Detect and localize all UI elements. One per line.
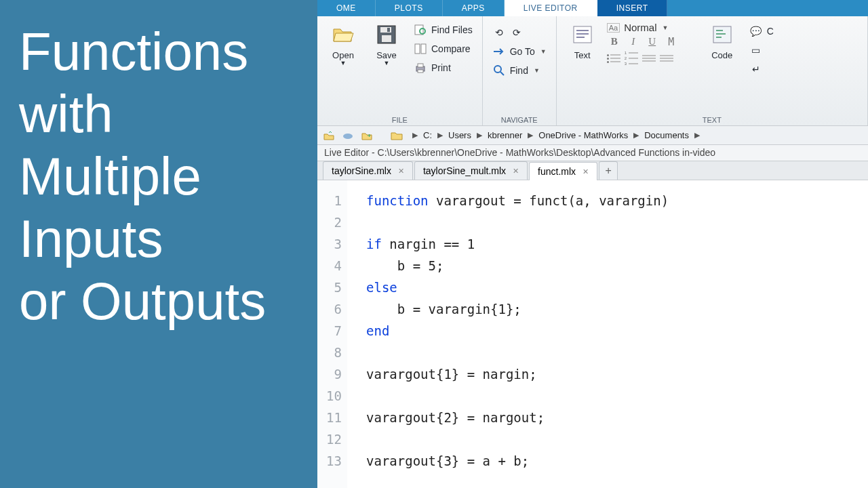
dropdown-icon: ▼ — [340, 60, 347, 66]
folder-go-icon[interactable] — [359, 129, 374, 142]
svg-rect-10 — [418, 70, 423, 73]
compare-button[interactable]: Compare — [411, 41, 475, 57]
find-files-button[interactable]: Find Files — [411, 22, 475, 38]
title-banner: FunctionswithMultipleInputsor Outputs — [0, 0, 317, 488]
ribbon-group-text: Text Aa Normal▼ B I U M 123 — [557, 16, 868, 125]
doc-tab-label: funct.mlx — [538, 166, 576, 177]
refactor-3[interactable]: ↵ — [747, 61, 776, 77]
doc-tab[interactable]: taylorSine_mult.mlx✕ — [414, 161, 528, 180]
underline-button[interactable]: U — [645, 36, 660, 49]
bullet-list-button[interactable] — [607, 52, 620, 64]
toolstrip-tabs: OME PLOTS APPS LIVE EDITOR INSERT — [317, 0, 868, 16]
open-label: Open — [332, 50, 354, 60]
new-tab-button[interactable]: + — [599, 161, 618, 180]
find-label: Find — [510, 65, 528, 76]
doc-tab-active[interactable]: funct.mlx✕ — [529, 162, 597, 180]
breadcrumb-seg[interactable]: Users — [447, 130, 473, 140]
folder-up-icon[interactable] — [321, 129, 336, 142]
close-icon[interactable]: ✕ — [513, 167, 519, 176]
ribbon-group-label: NAVIGATE — [490, 113, 549, 124]
style-label: Normal — [624, 22, 656, 33]
svg-point-14 — [343, 134, 353, 139]
arrow-right-icon: ⟳ — [510, 26, 524, 39]
monospace-button[interactable]: M — [664, 36, 679, 49]
svg-rect-2 — [382, 35, 391, 42]
folder-open-icon — [332, 23, 355, 46]
nav-back-forward[interactable]: ⟲ ⟳ — [490, 24, 549, 41]
magnifier-icon — [492, 64, 506, 77]
numbered-list-button[interactable]: 123 — [625, 52, 638, 64]
breadcrumb-seg[interactable]: Documents — [643, 130, 690, 140]
goto-icon — [492, 45, 506, 58]
save-label: Save — [376, 50, 397, 60]
section-icon: ▭ — [749, 44, 763, 56]
align-left-button[interactable] — [642, 52, 656, 64]
doc-tab[interactable]: taylorSine.mlx✕ — [323, 161, 413, 180]
find-files-icon — [414, 24, 427, 36]
tab-apps[interactable]: APPS — [443, 0, 505, 16]
tab-plots[interactable]: PLOTS — [376, 0, 443, 16]
document-title-bar: Live Editor - C:\Users\kbrenner\OneDrive… — [317, 145, 868, 161]
svg-rect-6 — [415, 44, 420, 54]
code-label: Code — [711, 50, 732, 60]
cloud-icon[interactable] — [340, 129, 355, 142]
svg-rect-7 — [421, 44, 426, 54]
wrap-icon: ↵ — [749, 63, 763, 75]
printer-icon — [414, 62, 427, 74]
open-button[interactable]: Open ▼ — [324, 20, 362, 66]
tab-home[interactable]: OME — [317, 0, 376, 16]
find-button[interactable]: Find▼ — [490, 62, 549, 79]
banner-title: FunctionswithMultipleInputsor Outputs — [19, 20, 298, 332]
text-button[interactable]: Text — [564, 20, 601, 60]
arrow-left-icon: ⟲ — [492, 26, 506, 39]
save-button[interactable]: Save ▼ — [368, 20, 406, 66]
style-dropdown[interactable]: Aa Normal▼ — [607, 22, 679, 33]
refactor-2[interactable]: ▭ — [747, 42, 776, 58]
breadcrumb: ▶ C:▶ Users▶ kbrenner▶ OneDrive - MathWo… — [408, 130, 704, 140]
path-toolbar: ▶ C:▶ Users▶ kbrenner▶ OneDrive - MathWo… — [317, 126, 868, 145]
dropdown-icon: ▼ — [384, 60, 390, 66]
svg-rect-3 — [387, 28, 390, 32]
ribbon-group-file: Open ▼ Save ▼ Find Files — [317, 16, 483, 125]
folder-icon[interactable] — [389, 129, 404, 142]
align-options-button[interactable] — [660, 52, 673, 64]
code-editor[interactable]: 123 456 789 101112 13 function varargout… — [317, 180, 868, 488]
breadcrumb-seg[interactable]: kbrenner — [486, 130, 524, 140]
ribbon: Open ▼ Save ▼ Find Files — [317, 16, 868, 126]
doc-tab-label: taylorSine_mult.mlx — [423, 165, 506, 176]
close-icon[interactable]: ✕ — [583, 167, 589, 176]
document-tabs: taylorSine.mlx✕ taylorSine_mult.mlx✕ fun… — [317, 161, 868, 180]
ribbon-group-label: TEXT — [564, 113, 861, 124]
svg-point-11 — [494, 66, 501, 73]
code-icon — [711, 23, 734, 46]
line-gutter: 123 456 789 101112 13 — [317, 180, 347, 488]
refactor-1[interactable]: 💬C — [747, 23, 776, 39]
close-icon[interactable]: ✕ — [398, 167, 404, 176]
tab-insert[interactable]: INSERT — [597, 0, 668, 16]
bold-button[interactable]: B — [607, 36, 622, 49]
breadcrumb-seg[interactable]: C: — [422, 130, 433, 140]
find-files-label: Find Files — [431, 24, 473, 35]
goto-label: Go To — [510, 46, 535, 57]
comment-icon: 💬 — [749, 25, 763, 37]
svg-rect-9 — [418, 64, 423, 67]
ribbon-group-label: FILE — [324, 113, 475, 124]
code-button[interactable]: Code — [703, 20, 741, 60]
chevron-right-icon: ▶ — [408, 131, 422, 140]
print-button[interactable]: Print — [411, 60, 475, 76]
floppy-disk-icon — [375, 23, 398, 46]
goto-button[interactable]: Go To▼ — [490, 43, 549, 60]
compare-label: Compare — [431, 43, 471, 54]
doc-tab-label: taylorSine.mlx — [332, 165, 391, 176]
ribbon-group-navigate: ⟲ ⟳ Go To▼ Find▼ NAVIGATE — [483, 16, 557, 125]
code-area[interactable]: function varargout = funct(a, varargin) … — [347, 180, 868, 488]
aa-icon: Aa — [607, 23, 620, 33]
app-window: OME PLOTS APPS LIVE EDITOR INSERT Open ▼ — [317, 0, 868, 488]
text-icon — [571, 23, 594, 46]
compare-icon — [414, 43, 427, 55]
italic-button[interactable]: I — [626, 36, 641, 49]
text-label: Text — [574, 50, 591, 60]
breadcrumb-seg[interactable]: OneDrive - MathWorks — [537, 130, 629, 140]
print-label: Print — [431, 62, 451, 73]
tab-live-editor[interactable]: LIVE EDITOR — [505, 0, 597, 16]
